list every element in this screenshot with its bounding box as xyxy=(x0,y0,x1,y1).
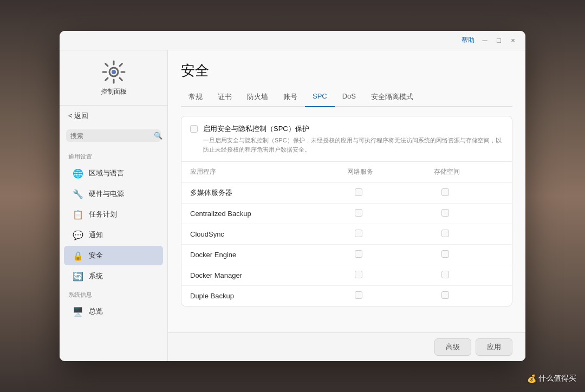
close-button[interactable]: × xyxy=(507,35,519,47)
storage-checkbox-4[interactable] xyxy=(441,271,449,278)
spc-header: 启用安全与隐私控制（SPC）保护 一旦启用安全与隐私控制（SPC）保护，未经授权… xyxy=(181,116,512,162)
storage-checkbox-5[interactable] xyxy=(441,291,449,299)
sidebar-item-region-label: 区域与语言 xyxy=(89,168,124,178)
help-button[interactable]: 帮助 xyxy=(459,36,477,45)
security-icon: 🔒 xyxy=(73,250,83,261)
app-name-2: CloudSync xyxy=(181,224,339,245)
table-row: Docker Manager xyxy=(181,265,512,286)
svg-point-1 xyxy=(112,70,116,74)
sidebar-header: 控制面板 xyxy=(60,59,167,106)
network-checkbox-1[interactable] xyxy=(355,209,362,217)
spc-header-text: 启用安全与隐私控制（SPC）保护 一旦启用安全与隐私控制（SPC）保护，未经授权… xyxy=(203,124,503,154)
content-body: 启用安全与隐私控制（SPC）保护 一旦启用安全与隐私控制（SPC）保护，未经授权… xyxy=(168,107,525,332)
system-icon: 🔄 xyxy=(73,271,83,282)
main-window: 帮助 ─ □ × 控制面板 < 返回 🔍 通用设置 xyxy=(60,31,525,361)
page-title: 安全 xyxy=(181,61,512,80)
app-name-5: Duple Backup xyxy=(181,286,339,306)
storage-checkbox-1[interactable] xyxy=(441,209,449,217)
app-storage-4 xyxy=(425,265,512,286)
app-network-0 xyxy=(339,182,425,204)
app-name-0: 多媒体服务器 xyxy=(181,182,339,204)
network-checkbox-2[interactable] xyxy=(355,230,362,237)
network-checkbox-0[interactable] xyxy=(355,188,362,196)
app-storage-2 xyxy=(425,224,512,245)
network-checkbox-3[interactable] xyxy=(355,250,362,258)
tab-certificate[interactable]: 证书 xyxy=(210,88,239,107)
network-checkbox-5[interactable] xyxy=(355,291,362,299)
sidebar-item-notifications[interactable]: 💬 通知 xyxy=(64,225,163,245)
spc-enable-label: 启用安全与隐私控制（SPC）保护 xyxy=(203,124,503,134)
tab-general[interactable]: 常规 xyxy=(181,88,210,107)
storage-checkbox-2[interactable] xyxy=(441,230,449,237)
app-network-3 xyxy=(339,245,425,265)
sidebar-item-security[interactable]: 🔒 安全 xyxy=(64,246,163,265)
overview-icon: 🖥️ xyxy=(73,306,83,317)
app-name-3: Docker Engine xyxy=(181,245,339,265)
storage-checkbox-0[interactable] xyxy=(441,188,449,196)
search-box: 🔍 xyxy=(66,129,161,142)
app-network-5 xyxy=(339,286,425,306)
back-button[interactable]: < 返回 xyxy=(60,106,167,126)
control-panel-label: 控制面板 xyxy=(101,87,127,96)
tab-spc[interactable]: SPC xyxy=(305,88,335,107)
search-input[interactable] xyxy=(70,132,152,140)
app-name-1: Centralized Backup xyxy=(181,204,339,224)
system-info-label: 系统信息 xyxy=(60,286,167,301)
tab-account[interactable]: 账号 xyxy=(276,88,305,107)
tab-bar: 常规 证书 防火墙 账号 SPC DoS 安全隔离模式 xyxy=(181,88,512,107)
tasks-icon: 📋 xyxy=(73,209,83,220)
app-storage-3 xyxy=(425,245,512,265)
app-network-2 xyxy=(339,224,425,245)
app-storage-5 xyxy=(425,286,512,306)
network-checkbox-4[interactable] xyxy=(355,271,362,278)
table-row: Centralized Backup xyxy=(181,204,512,224)
content-footer: 高级 应用 xyxy=(168,332,525,361)
sidebar: 控制面板 < 返回 🔍 通用设置 🌐 区域与语言 🔧 硬件与电源 📋 任务计划 xyxy=(60,50,168,361)
app-network-4 xyxy=(339,265,425,286)
table-row: Duple Backup xyxy=(181,286,512,306)
sidebar-item-system[interactable]: 🔄 系统 xyxy=(64,266,163,286)
tab-dos[interactable]: DoS xyxy=(335,88,363,107)
minimize-button[interactable]: ─ xyxy=(479,35,491,47)
app-table: 应用程序 网络服务 存储空间 多媒体服务器 Centralized Backup xyxy=(181,162,512,306)
sidebar-item-tasks[interactable]: 📋 任务计划 xyxy=(64,205,163,224)
spc-description: 一旦启用安全与隐私控制（SPC）保护，未经授权的应用与可执行程序将无法访问系统的… xyxy=(203,136,503,154)
general-settings-label: 通用设置 xyxy=(60,148,167,163)
tab-isolation[interactable]: 安全隔离模式 xyxy=(363,88,421,107)
sidebar-item-overview-label: 总览 xyxy=(89,306,103,316)
spc-enable-checkbox[interactable] xyxy=(190,125,198,133)
watermark: 💰 什么值得买 xyxy=(527,374,576,383)
content-area: 安全 常规 证书 防火墙 账号 SPC DoS 安全隔离模式 启用安全与隐 xyxy=(168,50,525,361)
advanced-button[interactable]: 高级 xyxy=(434,338,471,356)
region-icon: 🌐 xyxy=(73,168,83,179)
sidebar-item-tasks-label: 任务计划 xyxy=(89,210,117,219)
watermark-text: 什么值得买 xyxy=(538,374,576,383)
table-header-row: 应用程序 网络服务 存储空间 xyxy=(181,162,512,182)
app-name-4: Docker Manager xyxy=(181,265,339,286)
gear-icon xyxy=(101,59,127,85)
table-row: Docker Engine xyxy=(181,245,512,265)
sidebar-item-overview[interactable]: 🖥️ 总览 xyxy=(64,302,163,321)
col-storage: 存储空间 xyxy=(425,162,512,182)
sidebar-item-system-label: 系统 xyxy=(89,271,103,281)
tab-firewall[interactable]: 防火墙 xyxy=(239,88,276,107)
notifications-icon: 💬 xyxy=(73,230,83,240)
main-layout: 控制面板 < 返回 🔍 通用设置 🌐 区域与语言 🔧 硬件与电源 📋 任务计划 xyxy=(60,50,525,361)
content-header: 安全 常规 证书 防火墙 账号 SPC DoS 安全隔离模式 xyxy=(168,50,525,107)
table-row: CloudSync xyxy=(181,224,512,245)
sidebar-item-hardware[interactable]: 🔧 硬件与电源 xyxy=(64,184,163,204)
restore-button[interactable]: □ xyxy=(493,35,505,47)
col-app: 应用程序 xyxy=(181,162,339,182)
app-network-1 xyxy=(339,204,425,224)
col-network: 网络服务 xyxy=(339,162,425,182)
watermark-icon: 💰 xyxy=(527,374,536,383)
spc-panel: 启用安全与隐私控制（SPC）保护 一旦启用安全与隐私控制（SPC）保护，未经授权… xyxy=(181,116,512,306)
apply-button[interactable]: 应用 xyxy=(476,338,512,356)
app-storage-0 xyxy=(425,182,512,204)
search-icon: 🔍 xyxy=(154,132,162,140)
sidebar-item-security-label: 安全 xyxy=(89,251,103,260)
app-storage-1 xyxy=(425,204,512,224)
title-bar: 帮助 ─ □ × xyxy=(60,31,525,50)
storage-checkbox-3[interactable] xyxy=(441,250,449,258)
sidebar-item-region[interactable]: 🌐 区域与语言 xyxy=(64,164,163,183)
